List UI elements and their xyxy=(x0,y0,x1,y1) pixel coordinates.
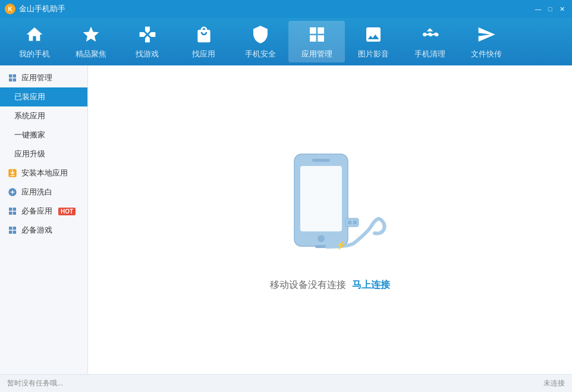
nav-label-games: 找游戏 xyxy=(136,49,159,59)
no-device-text-row: 移动设备没有连接 马上连接 xyxy=(270,279,390,291)
app-icon: K xyxy=(5,4,15,14)
grid-small-icon xyxy=(7,73,18,83)
svg-rect-10 xyxy=(353,221,357,224)
nav-label-my-phone: 我的手机 xyxy=(19,49,50,59)
device-illustration: ⚡ xyxy=(253,148,407,267)
nav-item-my-phone[interactable]: 我的手机 xyxy=(6,21,62,62)
photo-icon xyxy=(363,24,384,45)
statusbar-left: 暂时没有任务哦... xyxy=(7,378,63,388)
titlebar-controls: — □ ✕ xyxy=(533,4,567,14)
sidebar-label-move: 一键搬家 xyxy=(14,130,45,140)
minimize-button[interactable]: — xyxy=(533,4,543,14)
nav-item-featured[interactable]: 精品聚焦 xyxy=(62,21,119,62)
nav-item-security[interactable]: 手机安全 xyxy=(232,21,288,62)
navbar: 我的手机 精品聚焦 找游戏 找应用 手机安全 应用管理 xyxy=(0,18,572,65)
nav-label-featured: 精品聚焦 xyxy=(76,49,106,59)
connect-link[interactable]: 马上连接 xyxy=(352,279,390,291)
sidebar-label-app-clean: 应用洗白 xyxy=(21,187,52,197)
essential-games-icon xyxy=(7,225,18,236)
nav-item-games[interactable]: 找游戏 xyxy=(119,21,175,62)
nav-item-app-manage[interactable]: 应用管理 xyxy=(288,21,345,62)
nav-label-clean: 手机清理 xyxy=(414,49,445,59)
nav-label-app-manage: 应用管理 xyxy=(301,49,332,59)
nav-item-clean[interactable]: 手机清理 xyxy=(401,21,458,62)
sidebar: 应用管理 已装应用 系统应用 一键搬家 应用升级 安装本地应用 xyxy=(0,65,88,374)
sidebar-label-system: 系统应用 xyxy=(14,111,45,121)
svg-rect-9 xyxy=(348,221,351,224)
sidebar-label-installed: 已装应用 xyxy=(14,92,45,102)
download-icon xyxy=(7,168,18,178)
sidebar-item-upgrade[interactable]: 应用升级 xyxy=(0,145,87,164)
svg-point-6 xyxy=(318,235,325,242)
svg-rect-5 xyxy=(312,159,330,162)
nav-item-apps[interactable]: 找应用 xyxy=(175,21,232,62)
svg-text:⚡: ⚡ xyxy=(336,240,347,250)
clean-icon xyxy=(7,187,18,197)
home-icon xyxy=(24,24,45,45)
content-area: ⚡ 移动设备没有连接 马上连接 xyxy=(88,65,572,374)
nav-label-transfer: 文件快传 xyxy=(471,49,502,59)
sidebar-item-installed[interactable]: 已装应用 xyxy=(0,87,87,106)
sidebar-label-upgrade: 应用升级 xyxy=(14,149,45,159)
sidebar-label-essential-apps: 必备应用 xyxy=(21,206,52,217)
bag-icon xyxy=(193,24,215,45)
app-title: 金山手机助手 xyxy=(19,4,65,14)
svg-rect-7 xyxy=(315,245,327,248)
sidebar-section-header-app-manage: 应用管理 xyxy=(0,68,87,87)
sidebar-item-essential-games[interactable]: 必备游戏 xyxy=(0,221,87,240)
svg-rect-4 xyxy=(300,166,342,231)
broom-icon xyxy=(419,24,441,45)
grid-icon xyxy=(306,24,328,45)
sidebar-item-move[interactable]: 一键搬家 xyxy=(0,126,87,145)
gamepad-icon xyxy=(137,24,158,45)
nav-item-transfer[interactable]: 文件快传 xyxy=(458,21,514,62)
restore-button[interactable]: □ xyxy=(545,4,555,14)
statusbar: 暂时没有任务哦... 未连接 xyxy=(0,374,572,392)
sidebar-item-install-local[interactable]: 安装本地应用 xyxy=(0,164,87,183)
sidebar-label-install-local: 安装本地应用 xyxy=(21,168,68,178)
no-device-panel: ⚡ 移动设备没有连接 马上连接 xyxy=(253,148,407,291)
titlebar: K 金山手机助手 — □ ✕ xyxy=(0,0,572,18)
sidebar-header-label: 应用管理 xyxy=(21,73,52,83)
sidebar-item-essential-apps[interactable]: 必备应用 HOT xyxy=(0,202,87,221)
nav-label-security: 手机安全 xyxy=(245,49,276,59)
main-area: 应用管理 已装应用 系统应用 一键搬家 应用升级 安装本地应用 xyxy=(0,65,572,374)
sidebar-item-app-clean[interactable]: 应用洗白 xyxy=(0,183,87,202)
sidebar-item-system[interactable]: 系统应用 xyxy=(0,106,87,126)
star-icon xyxy=(80,24,102,45)
no-device-label: 移动设备没有连接 xyxy=(270,279,346,291)
nav-label-apps: 找应用 xyxy=(192,49,215,59)
statusbar-right: 未连接 xyxy=(543,378,565,388)
essential-apps-icon xyxy=(7,206,18,217)
close-button[interactable]: ✕ xyxy=(557,4,567,14)
send-icon xyxy=(476,24,497,45)
titlebar-left: K 金山手机助手 xyxy=(5,4,65,14)
shield-icon xyxy=(250,24,271,45)
sidebar-label-essential-games: 必备游戏 xyxy=(21,225,52,236)
nav-item-media[interactable]: 图片影音 xyxy=(345,21,401,62)
nav-label-media: 图片影音 xyxy=(358,49,389,59)
hot-badge: HOT xyxy=(58,208,76,215)
